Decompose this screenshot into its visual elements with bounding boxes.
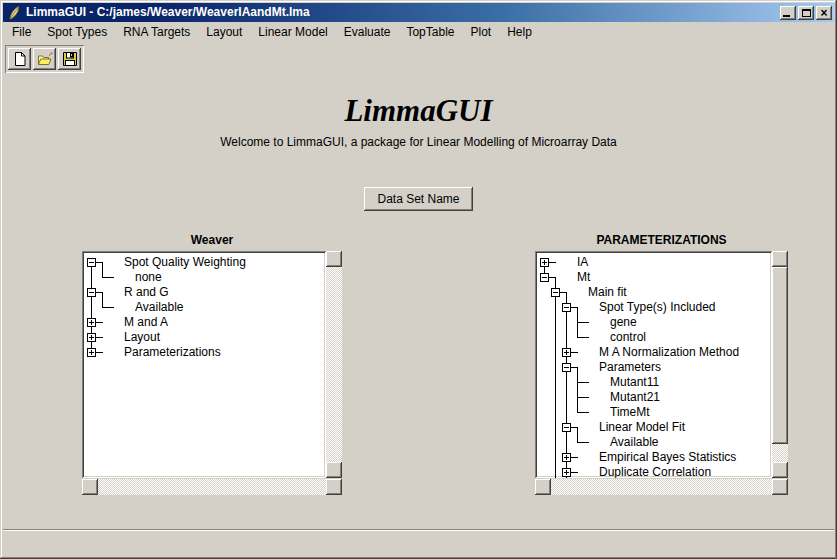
collapse-minus-icon[interactable] — [562, 303, 571, 312]
tree-node-label[interactable]: IA — [577, 255, 588, 270]
scroll-up-button[interactable] — [326, 251, 342, 267]
menu-item-help[interactable]: Help — [501, 23, 538, 41]
scroll-down-button[interactable] — [326, 462, 342, 478]
tree-toggle-cell — [561, 360, 572, 375]
tree-node-label[interactable]: Duplicate Correlation — [599, 465, 711, 478]
expand-plus-icon[interactable] — [87, 318, 96, 327]
tree-node-label[interactable]: Layout — [124, 330, 160, 345]
vertical-scrollbar[interactable] — [326, 251, 342, 478]
tree-node-label[interactable]: Mt — [577, 270, 590, 285]
weaver-tree-panel: WeaverSpot Quality WeightingnoneR and GA… — [82, 233, 342, 499]
tree-connector — [550, 390, 561, 405]
tree-node-label[interactable]: Parameters — [599, 360, 661, 375]
tree-node-label[interactable]: Mutant11 — [610, 375, 659, 390]
tree-node-label[interactable]: Parameterizations — [124, 345, 221, 360]
tree-node-label[interactable]: Available — [135, 300, 183, 315]
expand-plus-icon[interactable] — [87, 333, 96, 342]
tree-node-label[interactable]: Empirical Bayes Statistics — [599, 450, 736, 465]
tree-connector — [86, 270, 97, 285]
tree-node-label[interactable]: Linear Model Fit — [599, 420, 685, 435]
titlebar[interactable]: LimmaGUI - C:/james/Weaver/WeaverIAandMt… — [3, 3, 834, 22]
scrollbar-trough[interactable] — [326, 267, 342, 462]
minimize-button[interactable] — [780, 6, 796, 20]
vertical-scrollbar[interactable] — [772, 251, 788, 478]
new-file-button[interactable] — [8, 48, 31, 70]
tree-connector — [583, 405, 594, 420]
tree-connector — [539, 420, 550, 435]
scroll-up-button[interactable] — [772, 251, 788, 267]
menu-item-toptable[interactable]: TopTable — [400, 23, 460, 41]
scroll-right-button[interactable] — [326, 479, 342, 495]
tree-connector — [97, 300, 108, 315]
expand-plus-icon[interactable] — [562, 453, 571, 462]
menu-item-spot-types[interactable]: Spot Types — [41, 23, 113, 41]
scrollbar-trough[interactable] — [551, 479, 772, 495]
data-set-name-button[interactable]: Data Set Name — [364, 187, 472, 211]
expand-plus-icon[interactable] — [87, 348, 96, 357]
collapse-minus-icon[interactable] — [562, 423, 571, 432]
scroll-down-button[interactable] — [772, 462, 788, 478]
tree-connector — [572, 330, 583, 345]
tree-node-label[interactable]: Mutant21 — [610, 390, 660, 405]
tree-connector — [550, 420, 561, 435]
tcl-feather-icon — [6, 5, 22, 21]
collapse-minus-icon[interactable] — [87, 258, 96, 267]
scrollbar-trough[interactable] — [772, 267, 788, 462]
maximize-button[interactable] — [798, 6, 814, 20]
tree-node-label[interactable]: TimeMt — [610, 405, 650, 420]
menu-item-layout[interactable]: Layout — [200, 23, 248, 41]
horizontal-scrollbar[interactable] — [82, 479, 342, 495]
collapse-minus-icon[interactable] — [540, 273, 549, 282]
collapse-minus-icon[interactable] — [562, 363, 571, 372]
menu-item-rna-targets[interactable]: RNA Targets — [117, 23, 196, 41]
tree-connector — [550, 315, 561, 330]
collapse-minus-icon[interactable] — [87, 288, 96, 297]
scroll-right-button[interactable] — [772, 479, 788, 495]
menu-item-linear-model[interactable]: Linear Model — [252, 23, 333, 41]
expand-plus-icon[interactable] — [562, 348, 571, 357]
tree-connector — [572, 375, 583, 390]
tree-connector — [86, 300, 97, 315]
tree-connector — [97, 285, 108, 300]
tree-node-label[interactable]: R and G — [124, 285, 169, 300]
menu-item-evaluate[interactable]: Evaluate — [338, 23, 397, 41]
data-set-row: Data Set Name — [3, 187, 834, 211]
tree-row: Duplicate Correlation — [539, 465, 772, 478]
tree-node-label[interactable]: gene — [610, 315, 637, 330]
open-file-button[interactable] — [33, 48, 56, 70]
close-button[interactable]: × — [816, 6, 832, 20]
expand-plus-icon[interactable] — [540, 258, 549, 267]
save-file-button[interactable] — [58, 48, 81, 70]
tree-row: Mt — [539, 270, 772, 285]
scrollbar-thumb[interactable] — [772, 267, 788, 444]
tree-node-label[interactable]: none — [135, 270, 162, 285]
collapse-minus-icon[interactable] — [551, 288, 560, 297]
scroll-left-button[interactable] — [535, 479, 551, 495]
tree-node-label[interactable]: Spot Quality Weighting — [124, 255, 246, 270]
tree-node-label[interactable]: Available — [610, 435, 658, 450]
tree-connector — [572, 390, 583, 405]
menu-item-plot[interactable]: Plot — [464, 23, 497, 41]
tree-panels: WeaverSpot Quality WeightingnoneR and GA… — [3, 233, 834, 513]
tree-node-label[interactable]: M A Normalization Method — [599, 345, 739, 360]
tree-connector — [539, 300, 550, 315]
scroll-left-button[interactable] — [82, 479, 98, 495]
tree-row: Parameterizations — [86, 345, 326, 360]
minimize-icon — [783, 15, 790, 17]
menu-item-file[interactable]: File — [6, 23, 37, 41]
tree-connector — [572, 360, 583, 375]
horizontal-scrollbar[interactable] — [535, 479, 788, 495]
tree-connector — [561, 315, 572, 330]
arrow-up-icon — [330, 256, 338, 264]
scrollbar-trough[interactable] — [98, 479, 326, 495]
tree-node-label[interactable]: M and A — [124, 315, 168, 330]
main-content: LimmaGUI Welcome to LimmaGUI, a package … — [3, 93, 834, 513]
tree-row: IA — [539, 255, 772, 270]
tree-connector — [539, 375, 550, 390]
tree-widget: IAMtMain fitSpot Type(s) Includedgenecon… — [535, 251, 788, 495]
expand-plus-icon[interactable] — [562, 468, 571, 477]
tree-node-label[interactable]: Main fit — [588, 285, 627, 300]
tree-node-label[interactable]: control — [610, 330, 646, 345]
tree-node-label[interactable]: Spot Type(s) Included — [599, 300, 716, 315]
tree-connector — [550, 300, 561, 315]
